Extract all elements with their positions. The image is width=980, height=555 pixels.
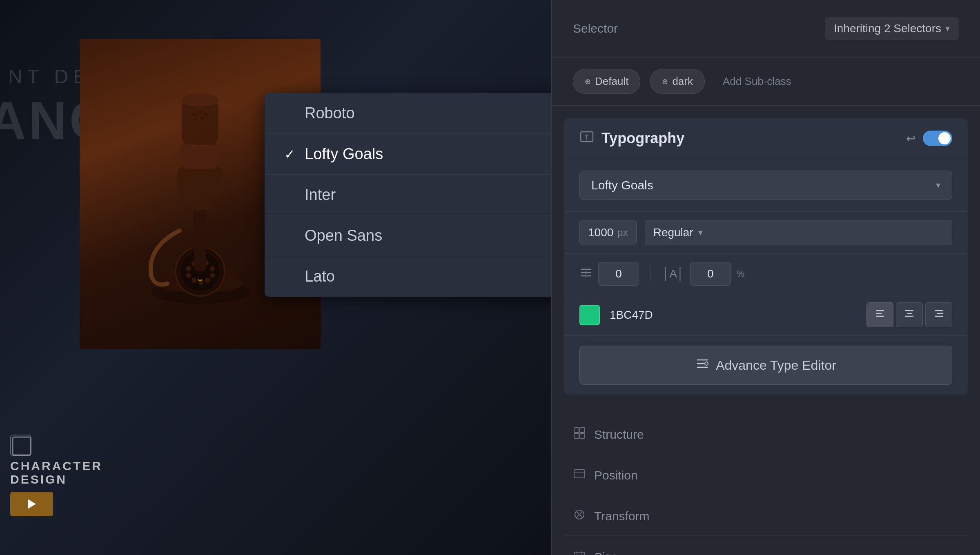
- font-select-row: Lofty Goals ▾: [564, 159, 968, 212]
- svg-point-28: [200, 116, 204, 120]
- svg-rect-50: [580, 428, 585, 433]
- svg-rect-52: [580, 433, 585, 438]
- dot-icon-dark: ⊕: [662, 77, 668, 86]
- position-label: Position: [594, 468, 638, 482]
- line-height-icon: [579, 266, 592, 282]
- position-section[interactable]: Position: [564, 456, 968, 495]
- font-weight-label: Regular: [653, 226, 693, 239]
- align-right-button[interactable]: [925, 302, 952, 327]
- svg-point-47: [705, 362, 708, 365]
- dot-icon-default: ⊕: [585, 77, 591, 86]
- svg-point-11: [186, 273, 191, 278]
- svg-rect-29: [13, 437, 31, 455]
- color-hex-value: 1BC47D: [610, 309, 857, 322]
- typography-section: T Typography ↩ Lofty Goals ▾ 1000: [564, 118, 968, 395]
- typography-title: Typography: [601, 130, 684, 147]
- advance-btn-icon: [695, 357, 709, 374]
- play-button[interactable]: [10, 492, 53, 516]
- svg-point-8: [205, 278, 210, 283]
- font-select-button[interactable]: Lofty Goals ▾: [579, 171, 952, 200]
- typography-header: T Typography ↩: [564, 118, 968, 159]
- add-subclass-btn[interactable]: Add Sub-class: [715, 69, 800, 93]
- svg-point-10: [192, 278, 196, 283]
- svg-point-12: [186, 266, 191, 271]
- svg-text:T: T: [585, 134, 589, 141]
- svg-point-7: [210, 273, 215, 278]
- advance-btn-label: Advance Type Editor: [716, 358, 836, 373]
- font-item-lato[interactable]: Lato: [265, 256, 551, 297]
- size-icon: [573, 549, 586, 555]
- toggle-thumb: [938, 132, 951, 144]
- dark-subclass-btn[interactable]: ⊕ dark: [650, 69, 705, 94]
- svg-point-26: [205, 113, 208, 116]
- undo-button[interactable]: ↩: [906, 132, 915, 145]
- spacing-separator: [650, 266, 651, 282]
- svg-rect-22: [182, 100, 218, 145]
- typography-actions: ↩: [906, 131, 952, 146]
- svg-rect-49: [574, 428, 579, 433]
- card-icon: [10, 435, 31, 456]
- svg-point-23: [182, 93, 218, 107]
- color-align-row: 1BC47D: [564, 294, 968, 336]
- telephone-illustration: [135, 75, 265, 312]
- spacing-row: │A│ %: [564, 254, 968, 294]
- font-dropdown: Roboto ✓ Lofty Goals Inter Open Sans Lat…: [265, 93, 551, 297]
- structure-section[interactable]: Structure: [564, 415, 968, 454]
- svg-point-25: [198, 111, 202, 114]
- font-size-value: 1000: [588, 226, 613, 239]
- advance-type-editor-button[interactable]: Advance Type Editor: [579, 346, 952, 385]
- weight-chevron-icon: ▾: [698, 227, 703, 238]
- letter-spacing-unit: %: [737, 269, 745, 279]
- default-subclass-btn[interactable]: ⊕ Default: [573, 69, 640, 94]
- transform-section[interactable]: Transform: [564, 497, 968, 536]
- font-weight-select[interactable]: Regular ▾: [645, 220, 952, 245]
- size-weight-row: 1000 px Regular ▾: [564, 212, 968, 254]
- font-item-inter[interactable]: Inter: [265, 175, 551, 215]
- letter-spacing-item: │A│ %: [662, 262, 744, 286]
- svg-rect-18: [178, 165, 223, 198]
- font-size-input[interactable]: 1000 px: [579, 220, 637, 245]
- color-swatch[interactable]: [579, 305, 600, 325]
- letter-spacing-input[interactable]: [690, 262, 731, 286]
- canvas-area: NT DESIGN ANCE +: [0, 0, 551, 555]
- check-icon: ✓: [284, 147, 296, 162]
- svg-point-6: [210, 266, 215, 271]
- transform-label: Transform: [594, 509, 650, 523]
- typography-toggle[interactable]: [923, 131, 952, 146]
- canvas-card: CHARACTER DESIGN: [10, 435, 102, 516]
- font-item-roboto[interactable]: Roboto: [265, 93, 551, 134]
- svg-rect-53: [574, 470, 585, 478]
- other-sections: Structure Position Transform: [552, 407, 980, 555]
- structure-label: Structure: [594, 428, 644, 442]
- font-size-unit: px: [617, 227, 628, 238]
- line-height-input[interactable]: [598, 262, 639, 286]
- line-height-item: [579, 262, 639, 286]
- chevron-down-icon: ▾: [945, 23, 950, 34]
- position-icon: [573, 467, 586, 483]
- transform-icon: [573, 508, 586, 524]
- font-item-lofty-goals[interactable]: ✓ Lofty Goals: [265, 134, 551, 175]
- font-chevron-icon: ▾: [936, 180, 940, 191]
- svg-rect-15: [194, 202, 206, 271]
- subclass-row: ⊕ Default ⊕ dark Add Sub-class: [552, 58, 980, 106]
- svg-point-24: [192, 113, 196, 116]
- font-item-open-sans[interactable]: Open Sans: [265, 215, 551, 256]
- size-section[interactable]: Size: [564, 537, 968, 555]
- svg-rect-51: [574, 433, 579, 438]
- card-title: CHARACTER DESIGN: [10, 459, 102, 486]
- svg-point-27: [194, 118, 198, 121]
- align-center-button[interactable]: [896, 302, 923, 327]
- letter-spacing-icon: │A│: [662, 267, 684, 280]
- selector-value-text: Inheriting 2 Selectors: [834, 22, 941, 35]
- font-select-label: Lofty Goals: [591, 178, 653, 192]
- right-panel: Selector Inheriting 2 Selectors ▾ ⊕ Defa…: [551, 0, 980, 555]
- structure-icon: [573, 426, 586, 442]
- default-label: Default: [595, 75, 628, 88]
- selector-label: Selector: [573, 22, 618, 36]
- align-left-button[interactable]: [866, 302, 893, 327]
- typography-title-group: T Typography: [579, 129, 684, 147]
- selector-dropdown[interactable]: Inheriting 2 Selectors ▾: [825, 17, 959, 40]
- svg-rect-56: [574, 552, 585, 555]
- play-triangle-icon: [28, 499, 36, 509]
- align-buttons-group: [866, 302, 952, 327]
